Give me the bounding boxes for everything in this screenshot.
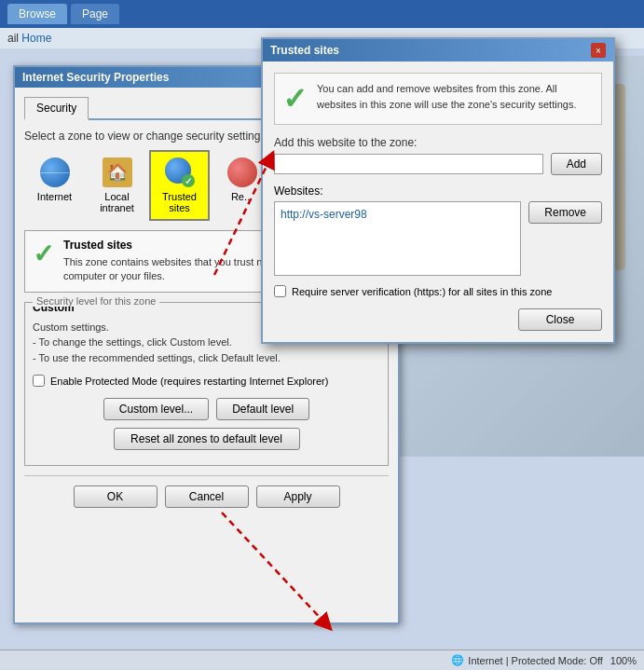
trusted-icon-img: ✓ [165,157,195,187]
status-bar: 🌐 Internet | Protected Mode: Off 100% [0,649,644,670]
protected-mode-label: Enable Protected Mode (requires restarti… [50,376,328,387]
restricted-icon [227,157,257,187]
trusted-big-check-icon: ✓ [282,81,308,116]
browser-toolbar: Browse Page [0,0,644,28]
restricted-icon-img [227,157,257,187]
zone-status-text: Internet | Protected Mode: Off [468,655,603,666]
zone-indicator: 🌐 Internet | Protected Mode: Off [451,654,603,666]
trusted-dialog-titlebar: Trusted sites × [263,39,613,62]
zone-local-intranet[interactable]: 🏠 Local intranet [87,150,147,221]
apply-button[interactable]: Apply [256,485,340,508]
add-website-label: Add this website to the zone: [274,136,602,149]
zone-trusted-sites-label: Trusted sites [158,191,200,213]
zone-internet-label: Internet [37,191,72,202]
custom-level-button[interactable]: Custom level... [103,398,209,420]
websites-list-item[interactable]: http://vs-server98 [279,206,516,223]
internet-icon [40,157,70,187]
https-checkbox[interactable] [274,285,286,297]
websites-list[interactable]: http://vs-server98 [274,201,521,276]
isp-title: Internet Security Properties [22,71,169,84]
trusted-close-button[interactable]: Close [518,308,602,331]
intranet-icon: 🏠 [103,157,132,187]
zone-restricted-label: Re... [231,191,253,202]
reset-all-button[interactable]: Reset all zones to default level [114,428,300,450]
trusted-check: ✓ [182,174,195,187]
https-checkbox-row: Require server verification (https:) for… [274,285,602,297]
https-label: Require server verification (https:) for… [292,286,552,297]
add-website-row: Add [274,153,602,175]
reset-button-row: Reset all zones to default level [33,428,380,450]
security-level-legend: Security level for this zone [33,295,159,307]
status-right: 🌐 Internet | Protected Mode: Off 100% [451,654,637,666]
close-icon[interactable]: × [591,43,606,58]
cancel-button[interactable]: Cancel [165,485,249,508]
websites-label: Websites: [274,185,602,198]
tab-page[interactable]: Page [71,4,119,24]
add-website-input[interactable] [274,154,543,174]
zone-checkmark-icon: ✓ [33,239,54,269]
level-buttons-row: Custom level... Default level [33,398,380,420]
trusted-close-row: Close [274,308,602,331]
trusted-sites-dialog: Trusted sites × ✓ You can add and remove… [261,37,615,344]
tab-browse[interactable]: Browse [7,4,67,24]
breadcrumb-home[interactable]: Home [21,32,51,45]
trusted-dialog-body: ✓ You can add and remove websites from t… [263,62,613,342]
dialog-buttons: OK Cancel Apply [24,475,389,517]
zone-trusted-sites[interactable]: ✓ Trusted sites [149,150,210,221]
zoom-control[interactable]: 100% [610,655,637,666]
trusted-dialog-title: Trusted sites [270,44,339,57]
protected-mode-row: Enable Protected Mode (requires restarti… [33,375,380,387]
browser-content: ail Home Internet Security Properties Se… [0,28,644,670]
security-desc-3: - To use the recommended settings, click… [33,350,380,366]
tab-security[interactable]: Security [24,97,89,120]
intranet-icon-img: 🏠 [103,157,132,187]
zoom-level: 100% [610,655,637,666]
trusted-info-text: You can add and remove websites from thi… [317,81,594,112]
websites-box: http://vs-server98 Remove [274,201,602,276]
breadcrumb-separator: ail [7,32,21,45]
globe-icon: 🌐 [451,654,464,666]
trusted-sites-icon: ✓ [165,157,195,187]
protected-mode-checkbox[interactable] [33,375,45,387]
trusted-info-box: ✓ You can add and remove websites from t… [274,73,602,125]
zone-internet[interactable]: Internet [24,150,85,221]
zone-local-intranet-label: Local intranet [96,191,138,213]
add-button[interactable]: Add [551,153,602,175]
ok-button[interactable]: OK [74,485,158,508]
remove-button[interactable]: Remove [528,201,602,224]
default-level-button[interactable]: Default level [216,398,309,420]
